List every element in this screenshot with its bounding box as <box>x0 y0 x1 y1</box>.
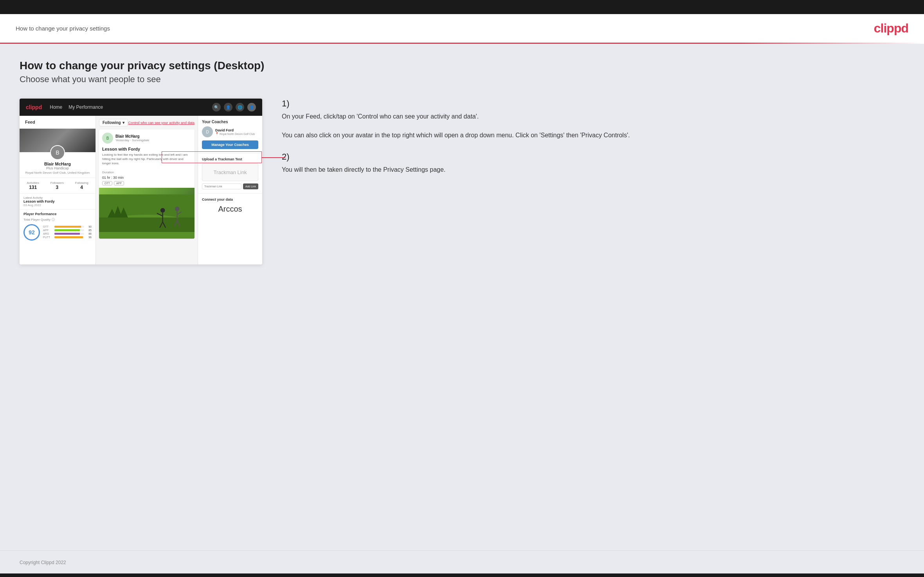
act-avatar: B <box>102 133 113 144</box>
trackman-input[interactable] <box>202 183 241 189</box>
top-bar <box>0 0 924 14</box>
stat-activities-value: 131 <box>27 185 39 190</box>
svg-rect-2 <box>99 217 195 232</box>
svg-point-8 <box>175 207 180 211</box>
act-title: Lesson with Fordy <box>102 147 191 151</box>
act-user-meta: Yesterday · Sunningdale <box>115 138 149 142</box>
page-heading: How to change your privacy settings (Des… <box>20 59 904 72</box>
header: How to change your privacy settings clip… <box>0 14 924 43</box>
footer-copyright: Copyright Clippd 2022 <box>20 560 66 565</box>
footer: Copyright Clippd 2022 <box>0 550 924 573</box>
instruction-1-text: On your Feed, click/tap on 'Control who … <box>282 112 904 140</box>
act-duration-value: 01 hr : 30 min <box>99 176 195 181</box>
act-user-name: Blair McHarg <box>115 134 149 138</box>
app-mockup-wrapper: clippd Home My Performance 🔍 👤 🌐 👤 <box>20 99 262 264</box>
act-body: Lesson with Fordy Looking to feel like m… <box>99 147 195 169</box>
instruction-item-1: 1) On your Feed, click/tap on 'Control w… <box>282 99 904 140</box>
profile-handicap: Plus Handicap <box>23 166 92 170</box>
avatar-icon[interactable]: 👤 <box>247 103 256 111</box>
bar-row-ott: OTT 90 <box>43 225 92 228</box>
coach-name: David Ford <box>215 128 255 132</box>
bar-label-arg: ARG <box>43 232 53 235</box>
profile-avatar-wrap: B <box>50 145 65 160</box>
bar-value-ott: 90 <box>85 225 92 228</box>
player-performance: Player Performance Total Player Quality … <box>20 209 95 243</box>
trackman-input-row: Add Link <box>202 183 258 189</box>
bar-value-putt: 96 <box>85 236 92 239</box>
feed-tab[interactable]: Feed <box>20 116 95 129</box>
bar-track-ott <box>54 226 84 228</box>
stat-following: Following 4 <box>75 181 88 190</box>
bar-value-arg: 86 <box>85 232 92 235</box>
app-mockup: clippd Home My Performance 🔍 👤 🌐 👤 <box>20 99 262 264</box>
header-title: How to change your privacy settings <box>16 25 110 32</box>
instruction-2-text: You will then be taken directly to the P… <box>282 165 904 174</box>
latest-activity-name: Lesson with Fordy <box>23 200 92 203</box>
search-icon[interactable]: 🔍 <box>212 103 221 111</box>
manage-coaches-button[interactable]: Manage Your Coaches <box>202 140 258 149</box>
act-tag-ott: OTT <box>102 181 112 185</box>
bar-row-putt: PUTT 96 <box>43 236 92 239</box>
act-tag-app: APP <box>114 181 124 185</box>
latest-activity: Latest Activity Lesson with Fordy 03 Aug… <box>20 194 95 209</box>
act-user-info: Blair McHarg Yesterday · Sunningdale <box>115 134 149 142</box>
svg-point-3 <box>160 208 165 212</box>
bottom-bar <box>0 573 924 577</box>
coach-avatar: D <box>202 126 213 137</box>
score-circle: 92 <box>23 224 40 241</box>
stat-followers: Followers 3 <box>50 181 64 190</box>
bar-label-app: APP <box>43 229 53 232</box>
nav-item-home[interactable]: Home <box>50 104 62 110</box>
logo: clippd <box>874 21 908 36</box>
profile-avatar: B <box>50 145 65 160</box>
stat-following-value: 4 <box>75 185 88 190</box>
profile-banner: B <box>20 129 95 152</box>
connect-title: Connect your data <box>202 198 258 201</box>
activity-header: B Blair McHarg Yesterday · Sunningdale <box>99 129 195 147</box>
perf-bars: OTT 90 APP 85 <box>43 225 92 239</box>
total-quality: Total Player Quality ⓘ <box>23 217 92 222</box>
instruction-item-2: 2) You will then be taken directly to th… <box>282 152 904 174</box>
bar-label-ott: OTT <box>43 225 53 228</box>
following-button[interactable]: Following ▾ <box>99 119 128 126</box>
trackman-placeholder: Trackman Link <box>202 164 258 181</box>
control-link[interactable]: Control who can see your activity and da… <box>128 121 195 125</box>
location-icon: 📍 <box>215 132 219 135</box>
stat-followers-label: Followers <box>50 181 64 185</box>
app-body: Feed B Blair McHarg Plus Handicap Royal … <box>20 116 262 264</box>
activity-image-svg <box>99 188 195 239</box>
add-link-button[interactable]: Add Link <box>243 183 258 189</box>
latest-activity-label: Latest Activity <box>23 196 92 200</box>
main-content: How to change your privacy settings (Des… <box>0 44 924 550</box>
person-icon[interactable]: 👤 <box>224 103 232 111</box>
globe-icon[interactable]: 🌐 <box>236 103 244 111</box>
instruction-2-number: 2) <box>282 152 904 162</box>
profile-info: Blair McHarg Plus Handicap Royal North D… <box>20 162 95 178</box>
app-nav: clippd Home My Performance 🔍 👤 🌐 👤 <box>20 99 262 116</box>
coaches-section: Your Coaches D David Ford 📍 Royal North … <box>198 116 262 153</box>
instruction-1-number: 1) <box>282 99 904 109</box>
feed-header: Following ▾ Control who can see your act… <box>99 119 195 126</box>
app-feed: Following ▾ Control who can see your act… <box>96 116 198 264</box>
chevron-down-icon: ▾ <box>122 120 124 125</box>
act-tags: OTT APP <box>99 181 195 188</box>
activity-card: B Blair McHarg Yesterday · Sunningdale L… <box>99 129 195 239</box>
bar-label-putt: PUTT <box>43 236 53 239</box>
info-icon: ⓘ <box>52 217 55 222</box>
act-duration: Duration <box>99 169 195 176</box>
connect-section: Connect your data Arccos <box>198 194 262 217</box>
app-nav-items: Home My Performance <box>50 104 212 110</box>
arccos-label: Arccos <box>202 205 258 214</box>
coach-item: D David Ford 📍 Royal North Devon Golf Cl… <box>202 126 258 137</box>
perf-title: Player Performance <box>23 212 92 216</box>
trackman-section: Upload a Trackman Test Trackman Link Add… <box>198 153 262 194</box>
bar-track-arg <box>54 233 84 235</box>
bar-track-app <box>54 229 84 231</box>
stat-activities: Activities 131 <box>27 181 39 190</box>
app-right: Your Coaches D David Ford 📍 Royal North … <box>198 116 262 264</box>
nav-item-my-performance[interactable]: My Performance <box>68 104 103 110</box>
red-annotation-line <box>262 157 285 158</box>
stat-followers-value: 3 <box>50 185 64 190</box>
act-desc: Looking to feel like my hands are exitin… <box>102 153 191 166</box>
app-nav-logo: clippd <box>26 104 42 110</box>
